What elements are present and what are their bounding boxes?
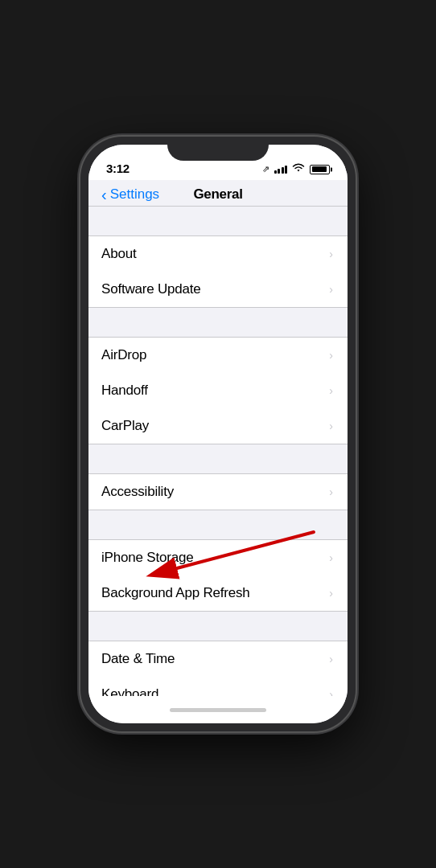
section-gap-5	[88, 612, 348, 641]
settings-item-carplay[interactable]: CarPlay ›	[88, 408, 348, 444]
accessibility-label: Accessibility	[101, 484, 174, 500]
chevron-icon: ›	[329, 349, 333, 362]
settings-item-background-app-refresh[interactable]: Background App Refresh ›	[88, 575, 348, 611]
chevron-icon: ›	[329, 283, 333, 296]
settings-item-about[interactable]: About ›	[88, 236, 348, 272]
notch	[167, 137, 269, 161]
chevron-icon: ›	[329, 384, 333, 397]
settings-item-accessibility[interactable]: Accessibility ›	[88, 474, 348, 510]
wifi-icon	[292, 163, 305, 175]
section-gap-4	[88, 510, 348, 539]
settings-item-handoff[interactable]: Handoff ›	[88, 373, 348, 408]
settings-item-date-time[interactable]: Date & Time ›	[88, 641, 348, 677]
section-gap-1	[88, 207, 348, 235]
section-gap-2	[88, 308, 348, 337]
settings-group-1: About › Software Update ›	[88, 235, 348, 308]
section-gap-3	[88, 444, 348, 473]
home-bar	[170, 708, 266, 712]
back-chevron-icon: ‹	[101, 186, 107, 203]
signal-bars	[274, 166, 288, 174]
settings-content: About › Software Update › AirDrop › Hand…	[88, 207, 348, 696]
settings-group-2: AirDrop › Handoff › CarPlay ›	[88, 337, 348, 444]
phone-shell: 3:12 • ⇗	[80, 137, 356, 731]
page-title: General	[193, 186, 242, 203]
home-indicator	[88, 696, 348, 723]
date-time-label: Date & Time	[101, 651, 175, 667]
carplay-label: CarPlay	[101, 418, 149, 434]
settings-item-airdrop[interactable]: AirDrop ›	[88, 338, 348, 373]
settings-item-software-update[interactable]: Software Update ›	[88, 272, 348, 307]
iphone-storage-label: iPhone Storage	[101, 550, 193, 566]
nav-bar: ‹ Settings General	[88, 180, 348, 207]
location-icon: ⇗	[262, 164, 269, 174]
settings-group-3: Accessibility ›	[88, 473, 348, 510]
status-icons: ⇗	[262, 163, 331, 175]
keyboard-label: Keyboard	[101, 686, 158, 696]
settings-group-4: iPhone Storage › Background App Refresh …	[88, 539, 348, 612]
chevron-icon: ›	[329, 688, 333, 696]
settings-item-iphone-storage[interactable]: iPhone Storage ›	[88, 540, 348, 575]
handoff-label: Handoff	[101, 383, 148, 399]
chevron-icon: ›	[329, 248, 333, 260]
chevron-icon: ›	[329, 551, 333, 564]
screen: 3:12 • ⇗	[88, 145, 348, 723]
chevron-icon: ›	[329, 587, 333, 600]
airdrop-label: AirDrop	[101, 347, 146, 363]
chevron-icon: ›	[329, 653, 333, 665]
back-label: Settings	[110, 186, 159, 203]
status-time: 3:12	[106, 162, 130, 175]
back-button[interactable]: ‹ Settings	[101, 186, 159, 203]
chevron-icon: ›	[329, 420, 333, 432]
chevron-icon: ›	[329, 485, 333, 498]
background-app-refresh-label: Background App Refresh	[101, 585, 250, 601]
software-update-label: Software Update	[101, 281, 201, 297]
settings-group-5: Date & Time › Keyboard › Language & Regi…	[88, 641, 348, 696]
settings-item-keyboard[interactable]: Keyboard ›	[88, 677, 348, 696]
battery-icon	[310, 165, 330, 174]
about-label: About	[101, 246, 136, 262]
